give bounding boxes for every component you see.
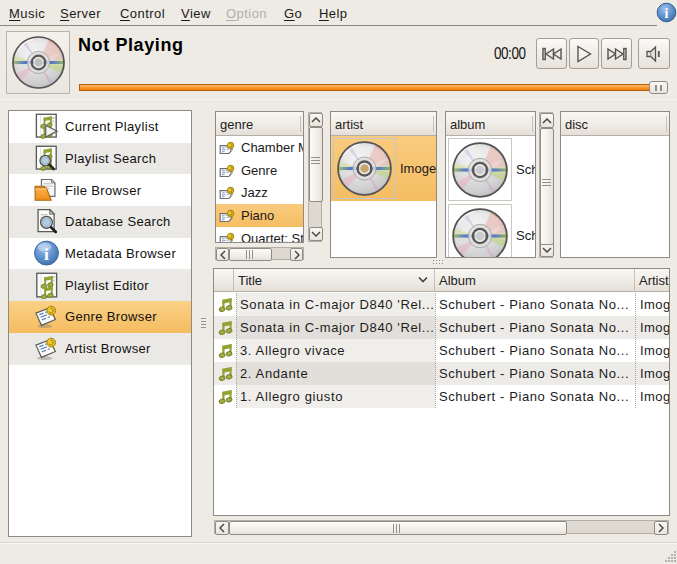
svg-text:i: i xyxy=(44,244,49,264)
svg-text:i: i xyxy=(665,6,669,21)
